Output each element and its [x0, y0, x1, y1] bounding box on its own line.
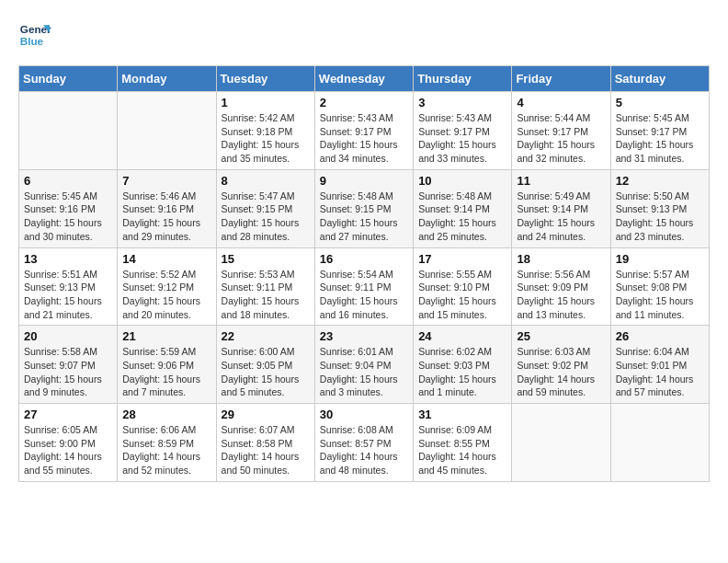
day-info: Sunrise: 5:54 AM Sunset: 9:11 PM Dayligh… [320, 268, 408, 322]
logo-icon: General Blue [18, 18, 51, 52]
calendar-cell: 17Sunrise: 5:55 AM Sunset: 9:10 PM Dayli… [414, 247, 512, 326]
day-info: Sunrise: 6:06 AM Sunset: 8:59 PM Dayligh… [122, 423, 210, 477]
svg-text:Blue: Blue [20, 35, 44, 47]
day-info: Sunrise: 6:03 AM Sunset: 9:02 PM Dayligh… [517, 345, 605, 399]
calendar-cell: 13Sunrise: 5:51 AM Sunset: 9:13 PM Dayli… [19, 247, 118, 326]
calendar-cell: 3Sunrise: 5:43 AM Sunset: 9:17 PM Daylig… [414, 92, 512, 170]
day-info: Sunrise: 5:46 AM Sunset: 9:16 PM Dayligh… [122, 190, 210, 244]
day-info: Sunrise: 5:53 AM Sunset: 9:11 PM Dayligh… [222, 268, 310, 322]
day-number: 5 [616, 96, 704, 109]
day-number: 6 [24, 174, 112, 188]
page-header: General Blue [18, 18, 710, 52]
day-number: 3 [418, 96, 506, 109]
day-info: Sunrise: 5:56 AM Sunset: 9:09 PM Dayligh… [517, 268, 605, 322]
calendar-cell: 2Sunrise: 5:43 AM Sunset: 9:17 PM Daylig… [314, 92, 413, 170]
calendar-cell [118, 92, 216, 170]
day-number: 7 [122, 174, 210, 188]
weekday-header-sunday: Sunday [19, 66, 118, 92]
calendar-cell: 22Sunrise: 6:00 AM Sunset: 9:05 PM Dayli… [216, 326, 314, 404]
day-number: 23 [320, 329, 408, 343]
day-info: Sunrise: 5:43 AM Sunset: 9:17 PM Dayligh… [320, 111, 408, 166]
calendar-week-1: 1Sunrise: 5:42 AM Sunset: 9:18 PM Daylig… [19, 92, 710, 170]
calendar-cell: 10Sunrise: 5:48 AM Sunset: 9:14 PM Dayli… [414, 169, 512, 247]
day-number: 2 [320, 96, 408, 109]
day-info: Sunrise: 5:55 AM Sunset: 9:10 PM Dayligh… [418, 268, 506, 322]
day-info: Sunrise: 6:05 AM Sunset: 9:00 PM Dayligh… [24, 423, 112, 477]
calendar-cell: 19Sunrise: 5:57 AM Sunset: 9:08 PM Dayli… [610, 247, 709, 326]
calendar-cell: 9Sunrise: 5:48 AM Sunset: 9:15 PM Daylig… [314, 169, 413, 247]
calendar-cell: 11Sunrise: 5:49 AM Sunset: 9:14 PM Dayli… [512, 169, 610, 247]
calendar-cell: 4Sunrise: 5:44 AM Sunset: 9:17 PM Daylig… [512, 92, 610, 170]
day-info: Sunrise: 6:07 AM Sunset: 8:58 PM Dayligh… [222, 423, 310, 477]
day-number: 26 [616, 329, 704, 343]
calendar-cell: 25Sunrise: 6:03 AM Sunset: 9:02 PM Dayli… [512, 326, 610, 404]
weekday-header-saturday: Saturday [610, 66, 709, 92]
day-info: Sunrise: 5:51 AM Sunset: 9:13 PM Dayligh… [24, 268, 112, 322]
day-number: 31 [418, 408, 506, 421]
day-number: 14 [122, 252, 210, 266]
day-number: 15 [222, 252, 310, 266]
day-number: 22 [222, 329, 310, 343]
day-info: Sunrise: 5:52 AM Sunset: 9:12 PM Dayligh… [122, 268, 210, 322]
calendar-cell: 26Sunrise: 6:04 AM Sunset: 9:01 PM Dayli… [610, 326, 709, 404]
calendar-table: SundayMondayTuesdayWednesdayThursdayFrid… [18, 65, 710, 482]
calendar-cell: 29Sunrise: 6:07 AM Sunset: 8:58 PM Dayli… [216, 404, 314, 482]
day-info: Sunrise: 6:02 AM Sunset: 9:03 PM Dayligh… [418, 345, 506, 399]
day-number: 9 [320, 174, 408, 188]
day-number: 1 [222, 96, 310, 109]
calendar-week-3: 13Sunrise: 5:51 AM Sunset: 9:13 PM Dayli… [19, 247, 710, 326]
day-info: Sunrise: 5:43 AM Sunset: 9:17 PM Dayligh… [418, 111, 506, 166]
day-info: Sunrise: 6:09 AM Sunset: 8:55 PM Dayligh… [418, 423, 506, 477]
day-number: 18 [517, 252, 605, 266]
day-number: 17 [418, 252, 506, 266]
calendar-cell: 30Sunrise: 6:08 AM Sunset: 8:57 PM Dayli… [314, 404, 413, 482]
calendar-cell: 27Sunrise: 6:05 AM Sunset: 9:00 PM Dayli… [19, 404, 118, 482]
calendar-week-4: 20Sunrise: 5:58 AM Sunset: 9:07 PM Dayli… [19, 326, 710, 404]
calendar-cell: 6Sunrise: 5:45 AM Sunset: 9:16 PM Daylig… [19, 169, 118, 247]
day-info: Sunrise: 5:49 AM Sunset: 9:14 PM Dayligh… [517, 190, 605, 244]
day-number: 13 [24, 252, 112, 266]
calendar-cell: 21Sunrise: 5:59 AM Sunset: 9:06 PM Dayli… [118, 326, 216, 404]
day-number: 27 [24, 408, 112, 421]
day-info: Sunrise: 5:47 AM Sunset: 9:15 PM Dayligh… [222, 190, 310, 244]
day-number: 4 [517, 96, 605, 109]
calendar-cell: 5Sunrise: 5:45 AM Sunset: 9:17 PM Daylig… [610, 92, 709, 170]
day-info: Sunrise: 5:48 AM Sunset: 9:15 PM Dayligh… [320, 190, 408, 244]
calendar-cell: 8Sunrise: 5:47 AM Sunset: 9:15 PM Daylig… [216, 169, 314, 247]
day-info: Sunrise: 5:42 AM Sunset: 9:18 PM Dayligh… [222, 111, 310, 166]
logo: General Blue [18, 18, 55, 52]
day-number: 19 [616, 252, 704, 266]
calendar-cell [610, 404, 709, 482]
calendar-cell: 12Sunrise: 5:50 AM Sunset: 9:13 PM Dayli… [610, 169, 709, 247]
day-number: 12 [616, 174, 704, 188]
day-info: Sunrise: 5:45 AM Sunset: 9:16 PM Dayligh… [24, 190, 112, 244]
calendar-cell: 16Sunrise: 5:54 AM Sunset: 9:11 PM Dayli… [314, 247, 413, 326]
day-info: Sunrise: 5:57 AM Sunset: 9:08 PM Dayligh… [616, 268, 704, 322]
calendar-cell: 31Sunrise: 6:09 AM Sunset: 8:55 PM Dayli… [414, 404, 512, 482]
day-info: Sunrise: 6:00 AM Sunset: 9:05 PM Dayligh… [222, 345, 310, 399]
calendar-cell: 23Sunrise: 6:01 AM Sunset: 9:04 PM Dayli… [314, 326, 413, 404]
day-info: Sunrise: 5:48 AM Sunset: 9:14 PM Dayligh… [418, 190, 506, 244]
calendar-cell [19, 92, 118, 170]
day-number: 10 [418, 174, 506, 188]
day-number: 20 [24, 329, 112, 343]
day-info: Sunrise: 6:01 AM Sunset: 9:04 PM Dayligh… [320, 345, 408, 399]
day-number: 16 [320, 252, 408, 266]
calendar-cell: 14Sunrise: 5:52 AM Sunset: 9:12 PM Dayli… [118, 247, 216, 326]
day-info: Sunrise: 5:50 AM Sunset: 9:13 PM Dayligh… [616, 190, 704, 244]
day-info: Sunrise: 5:44 AM Sunset: 9:17 PM Dayligh… [517, 111, 605, 166]
weekday-header-tuesday: Tuesday [216, 66, 314, 92]
day-number: 29 [222, 408, 310, 421]
day-number: 28 [122, 408, 210, 421]
calendar-cell: 24Sunrise: 6:02 AM Sunset: 9:03 PM Dayli… [414, 326, 512, 404]
weekday-header-row: SundayMondayTuesdayWednesdayThursdayFrid… [19, 66, 710, 92]
day-info: Sunrise: 5:59 AM Sunset: 9:06 PM Dayligh… [122, 345, 210, 399]
day-info: Sunrise: 6:04 AM Sunset: 9:01 PM Dayligh… [616, 345, 704, 399]
calendar-cell [512, 404, 610, 482]
day-number: 30 [320, 408, 408, 421]
weekday-header-thursday: Thursday [414, 66, 512, 92]
day-info: Sunrise: 5:45 AM Sunset: 9:17 PM Dayligh… [616, 111, 704, 166]
day-info: Sunrise: 6:08 AM Sunset: 8:57 PM Dayligh… [320, 423, 408, 477]
day-number: 25 [517, 329, 605, 343]
calendar-cell: 18Sunrise: 5:56 AM Sunset: 9:09 PM Dayli… [512, 247, 610, 326]
